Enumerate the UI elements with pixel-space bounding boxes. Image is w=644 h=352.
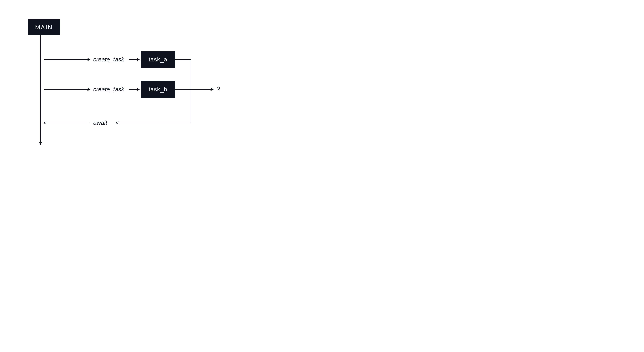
node-task-b: task_b <box>141 81 175 98</box>
label-question-mark: ? <box>216 86 220 93</box>
label-create-task-1: create_task <box>93 56 124 63</box>
diagram-canvas: MAIN task_a task_b create_task create_ta… <box>0 0 264 158</box>
node-main: MAIN <box>28 19 60 35</box>
label-await: await <box>93 119 107 126</box>
node-task-a: task_a <box>141 51 175 68</box>
label-create-task-2: create_task <box>93 86 124 93</box>
